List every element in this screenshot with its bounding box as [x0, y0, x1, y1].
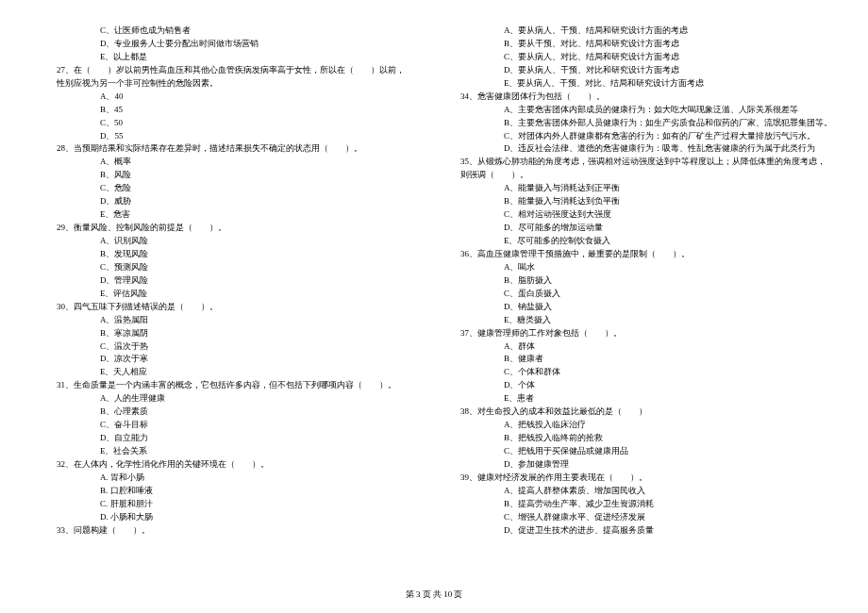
q35-opt-d: D、尽可能多的增加运动量	[460, 222, 830, 235]
q-prev-opt-d: D、专业服务人士要分配出时间做市场营销	[57, 38, 426, 51]
q27-opt-c: C、50	[57, 117, 426, 130]
q37-opt-d: D、个体	[460, 379, 830, 392]
q32-opt-a: A. 胃和小肠	[57, 472, 426, 485]
q38-opt-c: C、把钱用于买保健品或健康用品	[460, 445, 830, 458]
q31-opt-d: D、自立能力	[57, 432, 426, 445]
q36-stem: 36、高血压健康管理干预措施中，最重要的是限制（ ）。	[460, 248, 830, 261]
q28-opt-a: A、概率	[57, 156, 426, 169]
q31-opt-a: A、人的生理健康	[57, 392, 426, 406]
q37-opt-b: B、健康者	[460, 353, 830, 366]
q34-opt-d: D、违反社会法律、道德的危害健康行为：吸毒、性乱危害健康的行为属于此类行为	[460, 142, 830, 156]
q27-stem-a: 27、在（ ）岁以前男性高血压和其他心血管疾病发病率高于女性，所以在（ ）以前，	[57, 64, 426, 77]
q39-opt-c: C、增强人群健康水平、促进经济发展	[460, 511, 830, 524]
exam-page: C、让医师也成为销售者 D、专业服务人士要分配出时间做市场营销 E、以上都是 2…	[0, 0, 868, 538]
q32-opt-d: D. 小肠和大肠	[57, 511, 426, 524]
q38-stem: 38、对生命投入的成本和效益比最低的是（ ）	[460, 406, 830, 419]
q28-opt-c: C、危险	[57, 182, 426, 195]
q37-opt-e: E、患者	[460, 392, 830, 406]
q35-opt-e: E、尽可能多的控制饮食摄入	[460, 235, 830, 248]
q30-opt-a: A、温热属阳	[57, 314, 426, 327]
q-prev-opt-e: E、以上都是	[57, 51, 426, 64]
q34-opt-c: C、对团体内外人群健康都有危害的行为：如有的厂矿生产过程大量排放污气污水。	[460, 130, 830, 143]
q28-stem: 28、当预期结果和实际结果存在差异时，描述结果损失不确定的状态用（ ）。	[57, 142, 426, 156]
q37-opt-c: C、个体和群体	[460, 366, 830, 379]
q29-opt-b: B、发现风险	[57, 248, 426, 261]
q27-opt-d: D、55	[57, 130, 426, 143]
q29-opt-c: C、预测风险	[57, 261, 426, 274]
q38-opt-a: A、把钱投入临床治疗	[460, 419, 830, 432]
q29-opt-a: A、识别风险	[57, 235, 426, 248]
q35-stem-b: 则强调（ ）。	[460, 169, 830, 182]
q37-stem: 37、健康管理师的工作对象包括（ ）。	[460, 327, 830, 340]
q30-opt-c: C、温次于热	[57, 340, 426, 354]
q38-opt-b: B、把钱投入临终前的抢救	[460, 432, 830, 445]
q31-stem: 31、生命质量是一个内涵丰富的概念，它包括许多内容，但不包括下列哪项内容（ ）。	[57, 379, 426, 392]
q32-stem: 32、在人体内，化学性消化作用的关键环境在（ ）。	[57, 458, 426, 472]
q35-stem-a: 35、从锻炼心肺功能的角度考虑，强调相对运动强度达到中等程度以上；从降低体重的角…	[460, 156, 830, 169]
q32-opt-c: C. 肝脏和胆汁	[57, 498, 426, 511]
q37-opt-a: A、群体	[460, 340, 830, 354]
q29-opt-d: D、管理风险	[57, 274, 426, 288]
q39-opt-d: D、促进卫生技术的进步、提高服务质量	[460, 524, 830, 538]
q36-opt-e: E、糖类摄入	[460, 314, 830, 327]
q28-opt-d: D、威胁	[57, 195, 426, 208]
q30-opt-d: D、凉次于寒	[57, 353, 426, 366]
q35-opt-c: C、相对运动强度达到大强度	[460, 208, 830, 222]
q30-opt-b: B、寒凉属阴	[57, 327, 426, 340]
q34-opt-a: A、主要危害团体内部成员的健康行为：如大吃大喝现象泛滥、人际关系很差等	[460, 104, 830, 117]
q-prev-opt-c: C、让医师也成为销售者	[57, 25, 426, 38]
q33-opt-c: C、要从病人、对比、结局和研究设计方面考虑	[460, 51, 830, 64]
q29-stem: 29、衡量风险、控制风险的前提是（ ）。	[57, 222, 426, 235]
q39-opt-b: B、提高劳动生产率、减少卫生资源消耗	[460, 498, 830, 511]
q36-opt-a: A、喝水	[460, 261, 830, 274]
q39-stem: 39、健康对经济发展的作用主要表现在（ ）。	[460, 472, 830, 485]
q30-stem: 30、四气五味下列描述错误的是（ ）。	[57, 301, 426, 314]
left-column: C、让医师也成为销售者 D、专业服务人士要分配出时间做市场营销 E、以上都是 2…	[57, 25, 426, 538]
q33-opt-e: E、要从病人、干预、对比、结局和研究设计方面考虑	[460, 77, 830, 91]
q28-opt-b: B、风险	[57, 169, 426, 182]
q31-opt-b: B、心理素质	[57, 406, 426, 419]
q35-opt-b: B、能量摄入与消耗达到负平衡	[460, 195, 830, 208]
q31-opt-c: C、奋斗目标	[57, 419, 426, 432]
q31-opt-e: E、社会关系	[57, 445, 426, 458]
q33-opt-b: B、要从干预、对比、结局和研究设计方面考虑	[460, 38, 830, 51]
q27-opt-b: B、45	[57, 104, 426, 117]
q30-opt-e: E、天人相应	[57, 366, 426, 379]
q36-opt-d: D、钠盐摄入	[460, 301, 830, 314]
q33-opt-a: A、要从病人、干预、结局和研究设计方面的考虑	[460, 25, 830, 38]
q34-opt-b: B、主要危害团体外部人员健康行为：如生产劣质食品和假药的厂家、流氓犯罪集团等。	[460, 117, 830, 130]
q38-opt-d: D、参加健康管理	[460, 458, 830, 472]
q27-stem-b: 性别应视为另一个非可控制性的危险因素。	[57, 77, 426, 91]
q39-opt-a: A、提高人群整体素质、增加国民收入	[460, 485, 830, 498]
q36-opt-b: B、脂肪摄入	[460, 274, 830, 288]
page-footer: 第 3 页 共 10 页	[0, 588, 868, 602]
q33-opt-d: D、要从病人、干预、对比和研究设计方面考虑	[460, 64, 830, 77]
right-column: A、要从病人、干预、结局和研究设计方面的考虑 B、要从干预、对比、结局和研究设计…	[460, 25, 830, 538]
q33-stem: 33、问题构建（ ）。	[57, 524, 426, 538]
q32-opt-b: B. 口腔和唾液	[57, 485, 426, 498]
q28-opt-e: E、危害	[57, 208, 426, 222]
q27-opt-a: A、40	[57, 91, 426, 104]
q34-stem: 34、危害健康团体行为包括（ ）。	[460, 91, 830, 104]
q35-opt-a: A、能量摄入与消耗达到正平衡	[460, 182, 830, 195]
q36-opt-c: C、蛋白质摄入	[460, 288, 830, 301]
q29-opt-e: E、评估风险	[57, 288, 426, 301]
